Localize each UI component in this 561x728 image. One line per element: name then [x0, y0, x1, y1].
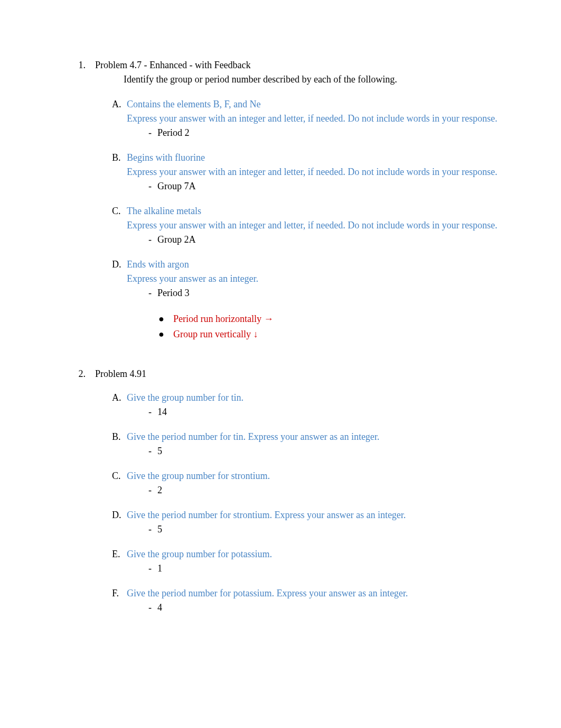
answer-text: 4 [157, 601, 508, 615]
part-prompt: Give the period number for potassium. Ex… [127, 586, 508, 601]
dash-icon: - [143, 483, 157, 497]
part-marker: A. [112, 97, 127, 140]
answer-item: - 4 [143, 601, 508, 615]
part-instruction: Express your answer with an integer and … [127, 218, 508, 233]
answer-text: 2 [157, 483, 508, 497]
problem-item: 2. Problem 4.91 A. Give the group number… [76, 367, 508, 625]
answer-text: 5 [157, 522, 508, 537]
part-instruction: Express your answer with an integer and … [127, 165, 508, 179]
part-prompt: Give the group number for tin. [127, 391, 508, 405]
answer-text: 1 [157, 561, 508, 576]
answer-list: - 4 [127, 601, 508, 615]
answer-item: - 1 [143, 561, 508, 576]
part-prompt: Give the period number for strontium. Ex… [127, 508, 508, 522]
part-marker: C. [112, 469, 127, 497]
part-item: D. Ends with argon Express your answer a… [112, 257, 508, 343]
answer-list: - Group 7A [127, 179, 508, 193]
note-text: Period run horizontally → [173, 312, 508, 326]
note-item: ● Period run horizontally → [158, 312, 508, 326]
dash-icon: - [143, 126, 157, 140]
part-marker: E. [112, 547, 127, 576]
part-marker: F. [112, 586, 127, 615]
part-item: C. Give the group number for strontium. … [112, 469, 508, 497]
answer-item: - 14 [143, 405, 508, 419]
dash-icon: - [143, 179, 157, 193]
part-marker: B. [112, 151, 127, 193]
note-item: ● Group run vertically ↓ [158, 327, 508, 342]
part-marker: D. [112, 508, 127, 537]
part-item: D. Give the period number for strontium.… [112, 508, 508, 537]
problem-title: Problem 4.91 [95, 367, 508, 381]
part-marker: C. [112, 204, 127, 247]
part-item: B. Give the period number for tin. Expre… [112, 430, 508, 458]
dash-icon: - [143, 522, 157, 537]
part-instruction: Express your answer with an integer and … [127, 112, 508, 126]
problem-title: Problem 4.7 - Enhanced - with Feedback [95, 58, 508, 72]
dash-icon: - [143, 601, 157, 615]
part-item: C. The alkaline metals Express your answ… [112, 204, 508, 247]
notes-list: ● Period run horizontally → ● Group run … [127, 312, 508, 342]
answer-list: - Period 2 [127, 126, 508, 140]
dash-icon: - [143, 286, 157, 300]
problem-list: 1. Problem 4.7 - Enhanced - with Feedbac… [76, 58, 508, 625]
part-prompt: Begins with fluorine [127, 151, 508, 165]
dash-icon: - [143, 561, 157, 576]
answer-item: - Period 3 [143, 286, 508, 300]
part-instruction: Express your answer as an integer. [127, 272, 508, 286]
answer-item: - Period 2 [143, 126, 508, 140]
problem-number: 2. [76, 367, 95, 625]
answer-list: - Period 3 [127, 286, 508, 300]
answer-item: - 5 [143, 522, 508, 537]
answer-list: - Group 2A [127, 233, 508, 247]
answer-text: Group 7A [157, 179, 508, 193]
part-item: E. Give the group number for potassium. … [112, 547, 508, 576]
answer-item: - 2 [143, 483, 508, 497]
part-prompt: Contains the elements B, F, and Ne [127, 97, 508, 112]
problem-number: 1. [76, 58, 95, 357]
part-marker: B. [112, 430, 127, 458]
answer-list: - 2 [127, 483, 508, 497]
answer-list: - 5 [127, 522, 508, 537]
answer-item: - 5 [143, 444, 508, 458]
parts-list: A. Give the group number for tin. - 14 [95, 391, 508, 615]
dash-icon: - [143, 444, 157, 458]
bullet-icon: ● [158, 312, 173, 326]
part-item: A. Give the group number for tin. - 14 [112, 391, 508, 419]
part-marker: A. [112, 391, 127, 419]
part-item: A. Contains the elements B, F, and Ne Ex… [112, 97, 508, 140]
answer-item: - Group 2A [143, 233, 508, 247]
dash-icon: - [143, 405, 157, 419]
part-prompt: Ends with argon [127, 257, 508, 272]
problem-item: 1. Problem 4.7 - Enhanced - with Feedbac… [76, 58, 508, 357]
answer-text: Group 2A [157, 233, 508, 247]
part-marker: D. [112, 257, 127, 343]
part-item: F. Give the period number for potassium.… [112, 586, 508, 615]
answer-text: Period 3 [157, 286, 508, 300]
part-prompt: Give the group number for potassium. [127, 547, 508, 561]
part-item: B. Begins with fluorine Express your ans… [112, 151, 508, 193]
answer-list: - 14 [127, 405, 508, 419]
part-prompt: Give the period number for tin. Express … [127, 430, 508, 444]
part-prompt: Give the group number for strontium. [127, 469, 508, 483]
answer-list: - 1 [127, 561, 508, 576]
parts-list: A. Contains the elements B, F, and Ne Ex… [95, 97, 508, 343]
part-prompt: The alkaline metals [127, 204, 508, 218]
bullet-icon: ● [158, 327, 173, 342]
answer-text: Period 2 [157, 126, 508, 140]
answer-text: 14 [157, 405, 508, 419]
answer-list: - 5 [127, 444, 508, 458]
answer-text: 5 [157, 444, 508, 458]
problem-intro: Identify the group or period number desc… [95, 72, 508, 87]
note-text: Group run vertically ↓ [173, 327, 508, 342]
answer-item: - Group 7A [143, 179, 508, 193]
dash-icon: - [143, 233, 157, 247]
